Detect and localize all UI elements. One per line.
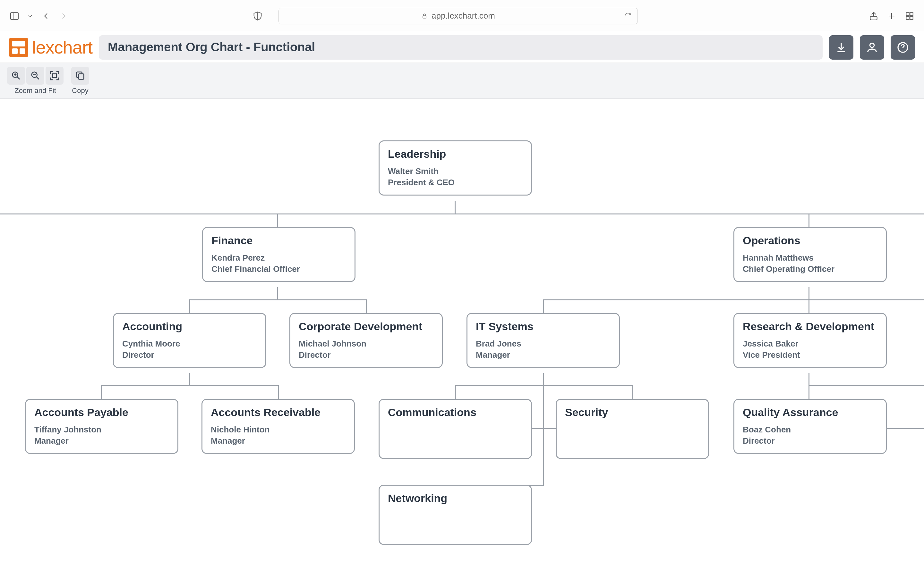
lock-icon [421, 13, 428, 19]
app-toolbar: Zoom and Fit Copy [0, 63, 924, 99]
copy-group-label: Copy [72, 87, 88, 95]
new-tab-icon[interactable] [886, 11, 897, 21]
connector [632, 385, 633, 400]
node-person: Brad Jones [476, 337, 611, 350]
node-person: Cynthia Moore [122, 337, 257, 350]
node-corp-dev[interactable]: Corporate Development Michael Johnson Di… [289, 313, 443, 368]
connector [809, 300, 809, 314]
share-icon[interactable] [868, 11, 879, 21]
node-finance[interactable]: Finance Kendra Perez Chief Financial Off… [202, 227, 355, 282]
node-dept: IT Systems [476, 320, 611, 333]
tab-grid-icon[interactable] [904, 11, 915, 21]
connector [278, 385, 279, 400]
node-security[interactable]: Security [556, 399, 709, 459]
node-operations[interactable]: Operations Hannah Matthews Chief Operati… [733, 227, 887, 282]
privacy-shield-icon[interactable] [252, 11, 263, 21]
url-text: app.lexchart.com [431, 11, 495, 21]
connector [101, 385, 278, 386]
copy-group: Copy [71, 67, 89, 95]
url-bar[interactable]: app.lexchart.com [278, 8, 638, 24]
connector [543, 300, 924, 300]
node-person: Boaz Cohen [743, 423, 877, 436]
chart-title-input[interactable]: Management Org Chart - Functional [99, 35, 822, 60]
fit-button[interactable] [45, 67, 63, 85]
svg-rect-0 [11, 13, 18, 19]
sidebar-toggle-icon[interactable] [9, 11, 20, 21]
help-button[interactable] [891, 35, 915, 60]
svg-rect-8 [910, 13, 913, 15]
connector [455, 385, 456, 400]
node-dept: Communications [388, 406, 523, 419]
node-dept: Corporate Development [299, 320, 433, 333]
app-header: lexchart Management Org Chart - Function… [0, 32, 924, 63]
node-role: Director [122, 350, 257, 360]
zoom-fit-group: Zoom and Fit [7, 67, 63, 95]
connector [809, 385, 924, 386]
node-person: Jessica Baker [743, 337, 877, 350]
connector [543, 373, 544, 485]
node-role: Chief Operating Officer [743, 264, 877, 274]
node-dept: Quality Assurance [743, 406, 877, 419]
download-button[interactable] [829, 35, 853, 60]
svg-line-16 [17, 77, 19, 79]
node-dept: Networking [388, 492, 523, 504]
node-ar[interactable]: Accounts Receivable Nichole Hinton Manag… [202, 399, 355, 454]
svg-rect-9 [906, 16, 909, 19]
node-rnd[interactable]: Research & Development Jessica Baker Vic… [733, 313, 887, 368]
refresh-icon[interactable] [624, 12, 632, 20]
connector [885, 428, 924, 429]
svg-point-12 [870, 43, 874, 47]
node-ap[interactable]: Accounts Payable Tiffany Johnston Manage… [25, 399, 178, 454]
node-dept: Accounting [122, 320, 257, 333]
copy-button[interactable] [71, 67, 89, 85]
node-accounting[interactable]: Accounting Cynthia Moore Director [113, 313, 266, 368]
node-person: Tiffany Johnston [34, 423, 169, 436]
node-person: Hannah Matthews [743, 251, 877, 264]
node-role: President & CEO [388, 177, 523, 187]
account-button[interactable] [860, 35, 884, 60]
node-role: Chief Financial Officer [212, 264, 346, 274]
forward-icon [58, 11, 69, 21]
node-dept: Accounts Receivable [211, 406, 346, 419]
chevron-down-icon[interactable] [27, 11, 33, 21]
zoom-out-button[interactable] [26, 67, 44, 85]
app-logo[interactable]: lexchart [9, 37, 92, 58]
node-role: Director [743, 436, 877, 446]
zoom-in-button[interactable] [7, 67, 25, 85]
node-dept: Operations [743, 234, 877, 247]
connector [0, 213, 924, 214]
node-networking[interactable]: Networking [379, 485, 532, 545]
connector [455, 385, 633, 386]
connector [809, 213, 809, 227]
connector [366, 300, 367, 314]
back-icon[interactable] [40, 11, 51, 21]
chart-canvas[interactable]: Leadership Walter Smith President & CEO … [0, 99, 924, 577]
node-dept: Leadership [388, 148, 523, 160]
zoom-group-label: Zoom and Fit [15, 87, 56, 95]
node-dept: Accounts Payable [34, 406, 169, 419]
svg-rect-7 [906, 13, 909, 15]
svg-rect-3 [423, 16, 426, 18]
connector [277, 213, 278, 227]
node-dept: Finance [212, 234, 346, 247]
node-person: Kendra Perez [212, 251, 346, 264]
node-role: Vice President [743, 350, 877, 360]
svg-rect-10 [910, 16, 913, 19]
connector [809, 385, 809, 400]
brand-text: lexchart [32, 37, 92, 58]
chart-title-text: Management Org Chart - Functional [108, 40, 315, 54]
connector [543, 300, 544, 314]
node-dept: Security [565, 406, 700, 419]
node-it-systems[interactable]: IT Systems Brad Jones Manager [467, 313, 620, 368]
node-role: Manager [211, 436, 346, 446]
node-communications[interactable]: Communications [379, 399, 532, 459]
connector [809, 287, 809, 300]
svg-rect-23 [78, 74, 84, 79]
node-qa[interactable]: Quality Assurance Boaz Cohen Director [733, 399, 887, 454]
node-dept: Research & Development [743, 320, 877, 333]
node-person: Walter Smith [388, 165, 523, 177]
connector [277, 287, 278, 300]
logo-mark-icon [9, 38, 28, 57]
node-leadership[interactable]: Leadership Walter Smith President & CEO [379, 140, 532, 195]
connector [455, 201, 456, 213]
